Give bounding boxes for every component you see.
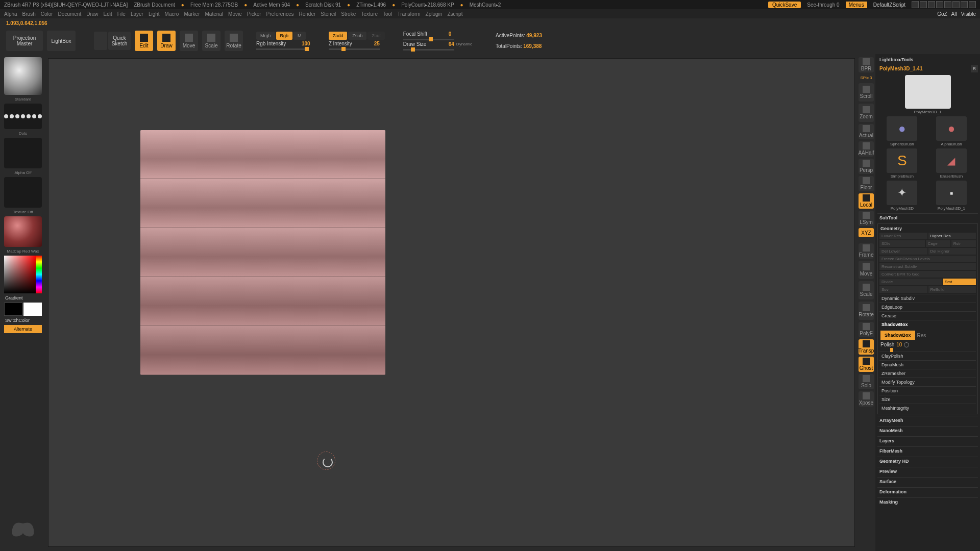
tool-thumb[interactable] xyxy=(905,75,951,109)
zoom-button[interactable]: Zoom xyxy=(859,104,874,122)
focal-shift-value[interactable]: 0 xyxy=(449,31,452,37)
menu-item[interactable]: Document xyxy=(58,11,82,17)
menu-item[interactable]: Color xyxy=(41,11,53,17)
claypolish-section[interactable]: ClayPolish xyxy=(879,352,976,360)
aahalf-button[interactable]: AAHalf xyxy=(859,141,874,157)
secondary-color[interactable] xyxy=(4,303,22,316)
draw-size-value[interactable]: 64 xyxy=(449,41,454,47)
menu-item[interactable]: Preferences xyxy=(266,11,294,17)
higher-res-button[interactable]: Higher Res xyxy=(928,233,976,239)
menu-item[interactable]: Movie xyxy=(228,11,242,17)
spix-label[interactable]: SPix 3 xyxy=(860,76,872,80)
subtool-section[interactable]: SubTool xyxy=(877,213,978,222)
suv-button[interactable]: Suv xyxy=(879,286,927,293)
menu-item[interactable]: Zscript xyxy=(447,11,462,17)
load-layout-icon[interactable] xyxy=(952,1,960,8)
menu-item[interactable]: Light xyxy=(149,11,160,17)
z-intensity-value[interactable]: 25 xyxy=(374,41,380,46)
position-section[interactable]: Position xyxy=(879,386,976,395)
gradient-toggle[interactable]: Gradient xyxy=(5,295,23,300)
nanomesh-section[interactable]: NanoMesh xyxy=(877,426,978,435)
rgb-intensity-slider[interactable] xyxy=(256,48,307,50)
scroll-button[interactable]: Scroll xyxy=(859,83,874,102)
menu-item[interactable]: Alpha xyxy=(4,11,17,17)
texture-selector[interactable] xyxy=(4,177,42,208)
goz-button[interactable]: GoZ xyxy=(937,11,947,17)
menu-item[interactable]: Stroke xyxy=(341,11,356,17)
r-button[interactable]: R xyxy=(971,65,978,72)
primary-color[interactable] xyxy=(23,303,42,316)
dynamesh-section[interactable]: DynaMesh xyxy=(879,360,976,369)
actual-button[interactable]: Actual xyxy=(859,124,874,139)
default-zscript[interactable]: DefaultZScript xyxy=(873,2,905,8)
reconstruct-button[interactable]: Reconstruct Subdiv xyxy=(879,263,976,270)
menu-item[interactable]: Transform xyxy=(397,11,420,17)
rebuild-button[interactable]: ReBuild xyxy=(928,286,976,293)
dynamic-subdiv-section[interactable]: Dynamic Subdiv xyxy=(879,294,976,303)
color-picker[interactable] xyxy=(4,256,42,293)
menus-toggle[interactable]: Menus xyxy=(846,2,867,8)
cage-button[interactable]: Cage xyxy=(926,240,950,247)
layout-icon[interactable] xyxy=(920,1,927,8)
persp-button[interactable]: Persp xyxy=(859,159,874,174)
rgb-intensity-value[interactable]: 100 xyxy=(302,41,310,46)
menu-item[interactable]: Tool xyxy=(383,11,392,17)
viewport-canvas[interactable] xyxy=(48,58,855,547)
floor-button[interactable]: Floor xyxy=(859,176,874,191)
surface-section[interactable]: Surface xyxy=(877,477,978,486)
nav-move-button[interactable]: Move xyxy=(859,261,874,279)
material-selector[interactable] xyxy=(4,216,42,247)
ghost-button[interactable]: Ghost xyxy=(859,357,874,372)
polyf-button[interactable]: PolyF xyxy=(859,322,874,337)
lightbox-button[interactable]: LightBox xyxy=(47,31,76,51)
preview-section[interactable]: Preview xyxy=(877,467,978,475)
layers-section[interactable]: Layers xyxy=(877,436,978,445)
lower-res-button[interactable]: Lower Res xyxy=(879,233,927,239)
draw-size-slider[interactable] xyxy=(403,49,454,51)
goz-all-button[interactable]: All xyxy=(951,11,957,17)
projection-master-button[interactable]: ProjectionMaster xyxy=(6,31,43,51)
menu-item[interactable]: Material xyxy=(205,11,224,17)
lsym-button[interactable]: LSym xyxy=(859,211,874,226)
draw-mode-button[interactable]: Draw xyxy=(157,31,176,51)
tool-thumb[interactable]: S xyxy=(887,148,917,173)
rgb-button[interactable]: Rgb xyxy=(276,32,293,40)
meshintegrity-section[interactable]: MeshIntegrity xyxy=(879,404,976,412)
menu-item[interactable]: Layer xyxy=(131,11,143,17)
divide-button[interactable]: Divide xyxy=(879,279,942,285)
zadd-button[interactable]: Zadd xyxy=(329,32,348,40)
convert-bpr-button[interactable]: Convert BPR To Geo xyxy=(879,271,976,278)
menu-item[interactable]: Zplugin xyxy=(426,11,443,17)
zcut-button[interactable]: Zcut xyxy=(368,32,385,40)
solo-button[interactable]: Solo xyxy=(859,374,874,389)
transp-button[interactable]: Transp xyxy=(859,339,874,355)
menu-item[interactable]: Draw xyxy=(86,11,98,17)
alternate-button[interactable]: Alternate xyxy=(4,325,42,333)
quicksketch-icon[interactable] xyxy=(94,32,107,50)
stroke-selector[interactable] xyxy=(4,104,42,129)
dynamic-toggle[interactable]: Dynamic xyxy=(456,42,472,46)
menu-item[interactable]: Stencil xyxy=(321,11,336,17)
home-icon[interactable] xyxy=(936,1,943,8)
size-section[interactable]: Size xyxy=(879,395,976,404)
sdiv-slider[interactable]: SDiv xyxy=(879,240,925,247)
alpha-selector[interactable] xyxy=(4,138,42,168)
mrgb-button[interactable]: Mrgb xyxy=(256,32,275,40)
menu-item[interactable]: File xyxy=(117,11,126,17)
menu-item[interactable]: Macro xyxy=(165,11,179,17)
nav-scale-button[interactable]: Scale xyxy=(859,281,874,299)
rstr-button[interactable]: Rstr xyxy=(951,240,976,247)
tool-thumb[interactable]: ● xyxy=(936,116,967,141)
brush-selector[interactable] xyxy=(4,57,42,95)
move-mode-button[interactable]: Move xyxy=(180,31,198,51)
goz-visible-button[interactable]: Visible xyxy=(961,11,976,17)
geometryhd-section[interactable]: Geometry HD xyxy=(877,457,978,465)
focal-shift-slider[interactable] xyxy=(403,39,454,40)
m-button[interactable]: M xyxy=(293,32,306,40)
modify-topology-section[interactable]: Modify Topology xyxy=(879,378,976,386)
polish-mode-dot[interactable] xyxy=(904,342,909,347)
menu-item[interactable]: Brush xyxy=(22,11,36,17)
zsub-button[interactable]: Zsub xyxy=(348,32,366,40)
zremesher-section[interactable]: ZRemesher xyxy=(879,369,976,378)
frame-button[interactable]: Frame xyxy=(859,243,874,259)
